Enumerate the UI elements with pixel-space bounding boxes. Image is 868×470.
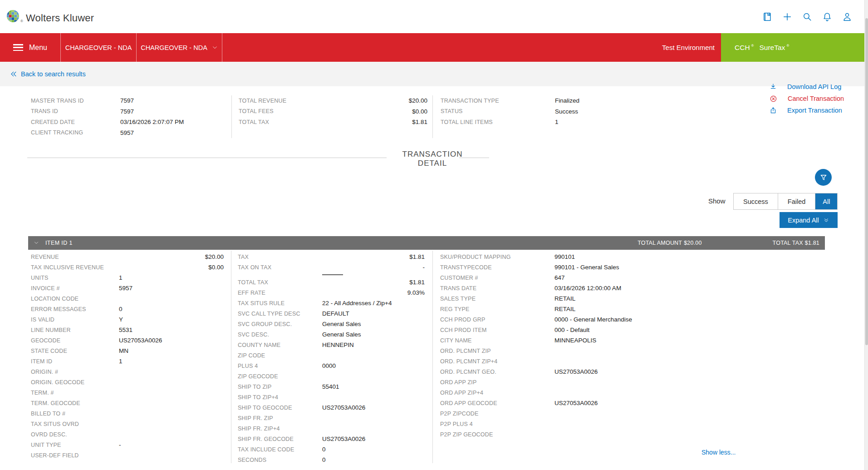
field-label: PLUS 4 xyxy=(238,363,322,369)
back-to-search-results-link[interactable]: Back to search results xyxy=(10,70,86,78)
field-label: SHIP TO GEOCODE xyxy=(238,405,322,411)
field-label: TAX ON TAX xyxy=(238,264,322,271)
field-value: $0.00 xyxy=(412,108,427,115)
field-label: LINE NUMBER xyxy=(31,327,119,333)
field-label: STATUS xyxy=(441,108,555,114)
field-row: TERM. GEOCODE xyxy=(31,398,224,408)
field-value: MINNEAPOLIS xyxy=(554,337,731,344)
field-value: $1.81 xyxy=(322,279,425,286)
field-value: $20.00 xyxy=(409,97,427,104)
field-row: PLUS 4 0000 xyxy=(238,361,425,371)
library-icon[interactable] xyxy=(762,11,772,22)
main-navbar: Menu CHARGEOVER - NDA CHARGEOVER - NDA T… xyxy=(0,33,864,62)
filter-button[interactable] xyxy=(815,169,832,186)
field-row: ORIGIN. # xyxy=(31,366,224,377)
menu-button[interactable]: Menu xyxy=(0,33,60,62)
field-row: SHIP FR. ZIP xyxy=(238,413,425,423)
field-value: 647 xyxy=(554,274,731,281)
field-value: $20.00 xyxy=(119,253,224,260)
field-label: REVENUE xyxy=(31,254,119,260)
nav-tab-chargeover-1[interactable]: CHARGEOVER - NDA xyxy=(60,33,136,62)
show-failed-button[interactable]: Failed xyxy=(778,193,816,209)
field-label: TRANS DATE xyxy=(440,285,554,292)
action-label: Export Transaction xyxy=(787,107,842,114)
field-label: TRANSTYPECODE xyxy=(440,264,554,271)
field-row: ORD. PLCMNT ZIP+4 xyxy=(440,356,731,366)
download-api-log-link[interactable]: Download API Log xyxy=(770,81,844,93)
item-total-tax-value: $1.81 xyxy=(805,240,819,246)
field-label: SHIP FR. ZIP+4 xyxy=(238,425,322,432)
sum-rule xyxy=(322,274,343,275)
cancel-transaction-link[interactable]: Cancel Transaction xyxy=(770,93,844,104)
field-label: OVRD DESC. xyxy=(31,431,119,438)
user-profile-icon[interactable] xyxy=(842,11,852,22)
field-row: REG TYPE RETAIL xyxy=(440,304,731,314)
field-row: TAX ON TAX - xyxy=(238,262,425,272)
field-label: SVC DESC. xyxy=(238,331,322,338)
field-value: 5957 xyxy=(119,285,224,292)
field-row: SHIP TO ZIP 55401 xyxy=(238,381,425,392)
field-row: SVC GROUP DESC. General Sales xyxy=(238,319,425,329)
field-value: Y xyxy=(119,316,224,323)
field-label: SHIP TO ZIP+4 xyxy=(238,394,322,401)
field-row: STATE CODE MN xyxy=(31,346,224,356)
field-value: 7597 xyxy=(120,108,231,115)
menu-label: Menu xyxy=(29,44,47,52)
top-icon-group xyxy=(762,0,852,33)
nav-tab-chargeover-2[interactable]: CHARGEOVER - NDA xyxy=(136,33,222,62)
field-row: SALES TYPE RETAIL xyxy=(440,293,731,304)
field-label: MASTER TRANS ID xyxy=(31,98,120,104)
field-row: ORD APP ZIP+4 xyxy=(440,387,731,398)
scrollbar-thumb[interactable] xyxy=(865,18,868,345)
field-row: TOTAL TAX $1.81 xyxy=(238,277,425,287)
field-value: - xyxy=(322,264,425,271)
field-label: EFF RATE xyxy=(238,290,322,296)
field-row: TOTAL TAX $1.81 xyxy=(239,117,427,128)
notifications-icon[interactable] xyxy=(822,11,832,22)
item-totals: TOTAL AMOUNT$20.00 TOTAL TAX$1.81 xyxy=(636,240,819,246)
field-label: TAX SITUS RULE xyxy=(238,300,322,307)
field-value: 0 xyxy=(322,446,425,453)
field-label: ORD APP GEOCODE xyxy=(440,400,554,406)
field-value: 1 xyxy=(555,119,687,125)
field-label: TOTAL TAX xyxy=(239,119,412,125)
item-total-amount-label: TOTAL AMOUNT xyxy=(638,240,682,246)
field-value: 990101 xyxy=(554,253,731,260)
export-transaction-link[interactable]: Export Transaction xyxy=(770,104,844,116)
show-all-button[interactable]: All xyxy=(815,193,837,209)
add-icon[interactable] xyxy=(782,11,792,22)
field-label: P2P ZIP GEOCODE xyxy=(440,431,554,438)
expand-all-button[interactable]: Expand All xyxy=(780,212,838,228)
field-row: TOTAL REVENUE $20.00 xyxy=(239,95,427,106)
field-row: ORIGIN. GEOCODE xyxy=(31,377,224,387)
field-row: P2P PLUS 4 xyxy=(440,419,731,429)
item-header-bar[interactable]: ITEM ID 1 TOTAL AMOUNT$20.00 TOTAL TAX$1… xyxy=(28,236,825,250)
field-row: ORD. PLCMNT ZIP xyxy=(440,346,731,356)
field-label: CITY NAME xyxy=(440,337,554,344)
field-label: TOTAL TAX xyxy=(238,279,322,286)
field-label: ORD APP ZIP xyxy=(440,379,554,386)
double-chevron-down-icon xyxy=(823,217,829,223)
show-success-button[interactable]: Success xyxy=(734,193,778,209)
field-value: RETAIL xyxy=(554,295,731,302)
funnel-icon xyxy=(819,173,828,182)
field-label: SECONDS xyxy=(238,457,322,463)
field-row: OVRD DESC. xyxy=(31,429,224,440)
show-less-link[interactable]: Show less... xyxy=(701,449,736,456)
field-value: DEFAULT xyxy=(322,310,425,317)
product-cch: CCH xyxy=(735,44,750,52)
field-label: TRANS ID xyxy=(31,108,120,114)
vertical-scrollbar xyxy=(864,0,868,470)
field-value: 03/16/2026 2:07:07 PM xyxy=(120,119,231,125)
field-label: ORD. PLCMNT ZIP xyxy=(440,348,554,354)
download-icon xyxy=(770,83,777,90)
search-icon[interactable] xyxy=(802,11,812,22)
summary-totals-column: TOTAL REVENUE $20.00 TOTAL FEES $0.00 TO… xyxy=(231,95,432,138)
field-value: 0000 - General Merchandise xyxy=(554,316,731,323)
field-label: SVC GROUP DESC. xyxy=(238,321,322,327)
field-label: CCH PROD GRP xyxy=(440,317,554,323)
field-label: ORD. PLCMNT GEO. xyxy=(440,369,554,375)
field-label: UNITS xyxy=(31,275,119,281)
field-row: TAX INCLUDE CODE 0 xyxy=(238,444,425,455)
field-label: TRANSACTION TYPE xyxy=(441,98,555,104)
